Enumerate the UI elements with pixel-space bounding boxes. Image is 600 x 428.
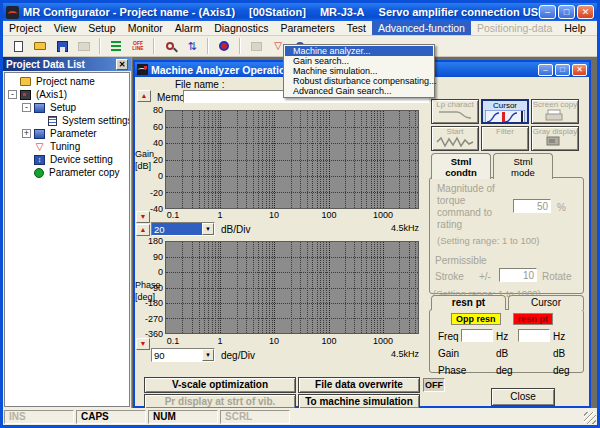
gridline <box>166 160 418 161</box>
status-num: NUM <box>148 410 218 424</box>
panel-title: Project Data List <box>6 59 116 70</box>
resize-grip[interactable] <box>584 412 596 424</box>
menu-view[interactable]: View <box>48 21 83 35</box>
to-machine-simulation-button[interactable]: To machine simulation <box>298 394 420 409</box>
memo-set-button[interactable]: ▲ <box>137 90 151 102</box>
lp-charact-button[interactable]: Lp charact <box>431 99 479 124</box>
side-button-label: Screen copy <box>532 100 578 109</box>
tree-item-project-name[interactable]: Project name <box>5 75 129 88</box>
magnitude-range-label: (Setting range: 1 to 100) <box>437 235 539 246</box>
menu-advanced-function[interactable]: Advanced-function <box>372 21 471 35</box>
start-button[interactable]: Start <box>431 126 479 151</box>
y-tick-label: 0 <box>137 171 163 181</box>
x-tick-label: 1000 <box>373 210 393 220</box>
copy-icon <box>34 168 44 178</box>
tree-item-parameter[interactable]: +Parameter <box>5 127 129 140</box>
new-file-button[interactable] <box>8 37 28 55</box>
tree-item-label: Parameter copy <box>47 167 122 178</box>
freq-value-input-2[interactable] <box>518 329 550 342</box>
permissible-stroke-input[interactable] <box>499 268 537 282</box>
close-button[interactable]: ✕ <box>577 5 594 19</box>
menu-item-advanced-gain-search[interactable]: Advanced Gain search... <box>285 86 433 96</box>
tree-item-axis1[interactable]: -(Axis1) <box>5 88 129 101</box>
gridline <box>166 257 418 258</box>
tree-item-label: (Axis1) <box>34 89 69 100</box>
minimize-button[interactable]: – <box>539 5 556 19</box>
title-segment: [00Station] <box>249 6 306 18</box>
freq-value-input-1[interactable] <box>461 329 493 342</box>
phase-plot <box>165 241 419 334</box>
dialog-minimize-button[interactable]: – <box>538 64 553 76</box>
tree-item-device-setting[interactable]: ↕Device setting <box>5 153 129 166</box>
x-tick-label: 1 <box>217 336 222 346</box>
alarm-display-button[interactable] <box>214 37 234 55</box>
project-tree-button[interactable] <box>106 37 126 55</box>
open-file-button[interactable] <box>30 37 50 55</box>
tab-cursor[interactable]: Cursor <box>508 295 584 310</box>
dialog-close-icon[interactable]: ✕ <box>572 64 587 76</box>
gridline <box>166 288 418 289</box>
phase-axis-label: Phase <box>135 280 163 290</box>
tree-item-label: System settings <box>60 115 130 126</box>
file-data-overwrite-button[interactable]: File data overwrite <box>298 377 420 393</box>
menu-item-machine-analyzer[interactable]: Machine analyzer... <box>285 46 433 56</box>
x-tick-label: 100 <box>321 336 336 346</box>
pr-display-button[interactable]: Pr display at strt of vib. <box>144 394 296 409</box>
title-segment: MR-J3-A <box>320 6 365 18</box>
tree-item-parameter-copy[interactable]: Parameter copy <box>5 166 129 179</box>
save-button[interactable] <box>52 37 72 55</box>
tree-item-label: Setup <box>48 102 78 113</box>
maximize-button[interactable]: □ <box>558 5 575 19</box>
v-scale-optimization-button[interactable]: V-scale optimization <box>144 377 296 393</box>
gridline <box>166 192 418 193</box>
menu-help[interactable]: Help <box>558 21 592 35</box>
phase-scale-select[interactable]: 90▼ <box>151 348 215 362</box>
collapse-icon[interactable]: - <box>22 103 31 112</box>
menu-project[interactable]: Project <box>3 21 48 35</box>
menu-item-machine-simulation[interactable]: Machine simulation... <box>285 66 433 76</box>
zoom-button[interactable] <box>160 37 180 55</box>
tab-stml-mode[interactable]: Stml mode <box>493 153 553 179</box>
print-button[interactable] <box>74 37 94 55</box>
menu-positioning-data[interactable]: Positioning-data <box>471 21 558 35</box>
title-bar: MR Configurator - Project name - (Axis1)… <box>3 3 597 21</box>
gain-scale-select[interactable]: 20▼ <box>151 222 215 236</box>
setup-icon <box>34 103 45 113</box>
menu-diagnostics[interactable]: Diagnostics <box>208 21 274 35</box>
chevron-down-icon[interactable]: ▼ <box>202 223 214 235</box>
close-dialog-button[interactable]: Close <box>491 388 555 406</box>
x-tick-label: 0.1 <box>167 336 180 346</box>
chevron-down-icon[interactable]: ▼ <box>202 349 214 361</box>
gray-display-button[interactable]: Gray display <box>531 126 579 151</box>
panel-close-icon[interactable]: ✕ <box>116 59 128 70</box>
tree-item-setup[interactable]: -Setup <box>5 101 129 114</box>
torque-magnitude-input[interactable] <box>513 199 551 213</box>
gain-scale-up-button[interactable]: ▲ <box>136 224 150 236</box>
cursor-button[interactable]: Cursor <box>481 99 529 124</box>
scale-select-value: 90 <box>152 349 202 361</box>
filter-button[interactable]: Filter <box>481 126 529 151</box>
expand-icon[interactable]: + <box>22 129 31 138</box>
menu-alarm[interactable]: Alarm <box>169 21 208 35</box>
collapse-icon[interactable]: - <box>8 90 17 99</box>
menu-setup[interactable]: Setup <box>82 21 121 35</box>
menu-item-gain-search[interactable]: Gain search... <box>285 56 433 66</box>
tree-item-tuning[interactable]: ▽Tuning <box>5 140 129 153</box>
offline-button[interactable]: OFF LINE <box>128 37 148 55</box>
toolbar-separator <box>153 38 155 54</box>
parameter-setting-button[interactable]: ⇅ <box>182 37 202 55</box>
dialog-maximize-button[interactable]: □ <box>555 64 570 76</box>
tree-item-system-settings[interactable]: System settings <box>5 114 129 127</box>
menu-monitor[interactable]: Monitor <box>122 21 169 35</box>
phase-scale-down-button[interactable]: ▼ <box>136 338 150 350</box>
menu-item-robust-disturbance-compensating[interactable]: Robust disturbance compensating... <box>285 76 433 86</box>
tab-resn-pt[interactable]: resn pt <box>431 295 506 310</box>
gain-scale-down-button[interactable]: ▼ <box>136 211 150 223</box>
menu-test[interactable]: Test <box>341 21 372 35</box>
mdi-workspace: Project Data List ✕ Project name-(Axis1)… <box>3 57 597 408</box>
screen-copy-button[interactable]: Screen copy <box>531 99 579 124</box>
menu-parameters[interactable]: Parameters <box>274 21 340 35</box>
graph-button[interactable] <box>246 37 266 55</box>
side-button-label: Gray display <box>532 127 578 136</box>
tab-stml-condtn[interactable]: Stml condtn <box>431 153 491 179</box>
